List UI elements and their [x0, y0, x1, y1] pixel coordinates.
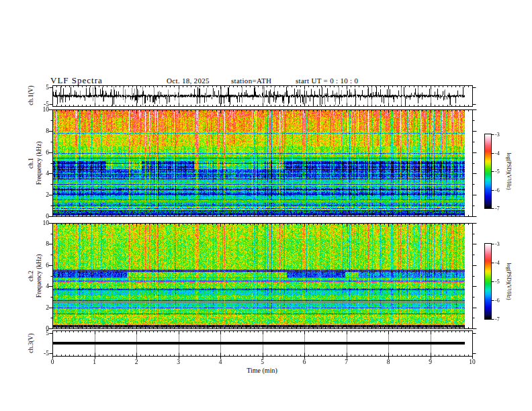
freq-tick-label-ch1: 2 [26, 191, 49, 198]
freq-tick-label-ch1: 0 [26, 213, 49, 220]
colorbar-tick-label: -6 [495, 298, 500, 304]
volt-tick-label: 5 [26, 330, 49, 336]
colorbar-tick-label: -5 [495, 169, 500, 175]
colorbar-tick-label: -4 [495, 260, 500, 266]
volt-tick-label: -5 [26, 101, 49, 107]
freq-tick-label-ch1: 4 [26, 170, 49, 177]
colorbar-tick-label: -6 [495, 187, 500, 193]
volt-tick-label: 5 [26, 84, 49, 91]
freq-tick-label-ch2: 10 [26, 220, 49, 226]
page-title: VLF Spectra [50, 75, 103, 86]
time-tick-label: 2 [126, 359, 146, 365]
time-tick-label: 9 [420, 359, 441, 365]
time-tick-label: 1 [85, 359, 105, 365]
date-label: Oct. 18, 2025 [167, 77, 210, 85]
freq-tick-label-ch2: 8 [26, 240, 49, 247]
colorbar-tick-label: -3 [495, 241, 500, 247]
ylabel-frequency-ch2: Frequency (kHz) [36, 255, 42, 298]
time-tick-label: 7 [337, 359, 357, 365]
colorbar2 [485, 244, 491, 319]
time-tick-label: 5 [253, 359, 273, 365]
vlf-spectra-screen: VLF Spectra Oct. 18, 2025 station=ATH st… [0, 0, 532, 411]
freq-tick-label-ch1: 8 [26, 128, 49, 134]
ylabel-frequency-ch1: Frequency (kHz) [36, 142, 42, 185]
time-tick-label: 0 [42, 359, 62, 365]
freq-tick-label-ch2: 6 [26, 262, 49, 269]
time-tick-label: 4 [210, 359, 230, 365]
time-tick-label: 8 [378, 359, 398, 365]
ylabel-ch2: ch.2 [28, 271, 34, 281]
colorbar-tick-label: -3 [495, 132, 500, 138]
freq-tick-label-ch1: 6 [26, 149, 49, 156]
colorbar-tick-label: -7 [495, 205, 500, 212]
colorbar1-label: log(PSD)(V²/Hz) [506, 152, 512, 189]
time-tick-label: 10 [462, 359, 482, 365]
start-ut-label: start UT = 0 : 10 : 0 [296, 77, 358, 85]
ch3-waveform-plot [53, 331, 465, 355]
ylabel-ch1: ch.1 [28, 158, 34, 169]
time-axis-label: Time (min) [247, 367, 277, 374]
colorbar-tick-label: -5 [495, 279, 500, 285]
time-tick-label: 3 [169, 359, 189, 365]
ch2-spectrogram-plot [53, 224, 465, 328]
colorbar-tick-label: -7 [495, 316, 500, 322]
colorbar2-label: log(PSD)(V²/Hz) [506, 263, 512, 300]
freq-tick-label-ch2: 2 [26, 304, 49, 311]
ch1-spectrogram-plot [53, 110, 465, 216]
time-tick-label: 6 [294, 359, 314, 365]
station-label: station=ATH [231, 77, 271, 85]
ch1-waveform-plot [53, 86, 465, 106]
volt-tick-label: -5 [26, 350, 49, 357]
colorbar-tick-label: -4 [495, 150, 500, 156]
freq-tick-label-ch2: 4 [26, 283, 49, 289]
colorbar1 [485, 134, 491, 208]
